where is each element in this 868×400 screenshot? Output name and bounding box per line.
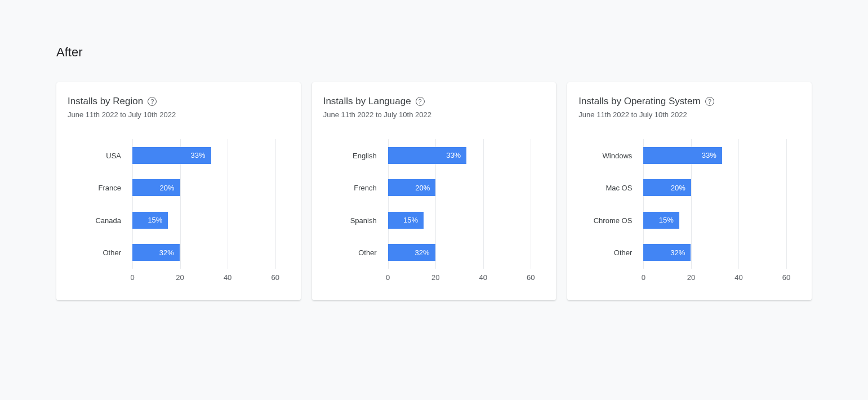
x-tick-label: 60	[527, 273, 535, 282]
bar: 32%	[132, 244, 180, 261]
bars: USA33%France20%Canada15%Other32%	[132, 139, 275, 269]
bar: 33%	[643, 147, 722, 164]
category-label: English	[353, 151, 377, 159]
bar-value-label: 32%	[159, 248, 174, 257]
card-os: Installs by Operating System ? June 11th…	[567, 82, 812, 300]
category-label: Spanish	[350, 216, 377, 224]
category-label: Canada	[95, 216, 121, 224]
bar: 15%	[388, 212, 424, 229]
page-title: After	[56, 45, 812, 60]
plot-area: Windows33%Mac OS20%Chrome OS15%Other32%	[643, 139, 786, 269]
card-subtitle: June 11th 2022 to July 10th 2022	[578, 110, 800, 119]
card-subtitle: June 11th 2022 to July 10th 2022	[323, 110, 545, 119]
bar-value-label: 32%	[415, 248, 430, 257]
card-title: Installs by Operating System	[578, 96, 700, 107]
card-header: Installs by Region ?	[68, 96, 290, 107]
category-label: France	[99, 184, 121, 192]
x-tick-label: 40	[735, 273, 742, 282]
x-axis: 0204060	[643, 273, 786, 287]
bar-row: Spanish15%	[388, 212, 531, 229]
x-tick-label: 40	[224, 273, 232, 282]
category-label: Mac OS	[606, 184, 632, 192]
bar-value-label: 15%	[403, 216, 418, 224]
x-tick-label: 40	[479, 273, 487, 282]
category-label: Other	[103, 248, 121, 257]
bar-value-label: 20%	[160, 184, 175, 192]
card-header: Installs by Language ?	[323, 96, 545, 107]
category-label: USA	[106, 151, 121, 159]
x-tick-label: 0	[130, 273, 134, 282]
bar-row: Mac OS20%	[643, 179, 786, 196]
bar: 20%	[388, 179, 436, 196]
bar-value-label: 20%	[415, 184, 430, 192]
bar: 20%	[132, 179, 180, 196]
plot-area: English33%French20%Spanish15%Other32%	[388, 139, 531, 269]
card-subtitle: June 11th 2022 to July 10th 2022	[68, 110, 290, 119]
bar-row: Canada15%	[132, 212, 275, 229]
card-language: Installs by Language ? June 11th 2022 to…	[312, 82, 557, 300]
bars: Windows33%Mac OS20%Chrome OS15%Other32%	[643, 139, 786, 269]
bar: 32%	[388, 244, 435, 261]
bar-value-label: 20%	[671, 184, 686, 192]
chart-os: Windows33%Mac OS20%Chrome OS15%Other32%0…	[578, 139, 800, 287]
bar-row: Other32%	[643, 244, 786, 261]
bar-row: French20%	[388, 179, 531, 196]
card-title: Installs by Language	[323, 96, 411, 107]
help-icon[interactable]: ?	[148, 97, 157, 106]
x-tick-label: 60	[271, 273, 279, 282]
bar-row: Windows33%	[643, 147, 786, 164]
bar: 33%	[388, 147, 467, 164]
bar-row: France20%	[132, 179, 275, 196]
x-tick-label: 0	[386, 273, 390, 282]
card-title: Installs by Region	[68, 96, 143, 107]
bar-row: Other32%	[388, 244, 531, 261]
gridline	[531, 139, 531, 269]
bar-value-label: 15%	[148, 216, 162, 224]
category-label: Windows	[603, 151, 633, 159]
category-label: French	[354, 184, 376, 192]
x-axis: 0204060	[388, 273, 531, 287]
chart-region: USA33%France20%Canada15%Other32%0204060	[68, 139, 290, 287]
bar-row: English33%	[388, 147, 531, 164]
x-axis: 0204060	[132, 273, 275, 287]
bar-value-label: 33%	[190, 151, 205, 159]
bar-value-label: 15%	[659, 216, 674, 224]
x-tick-label: 20	[687, 273, 695, 282]
category-label: Other	[358, 248, 377, 257]
x-tick-label: 0	[642, 273, 646, 282]
bar: 20%	[643, 179, 691, 196]
category-label: Chrome OS	[594, 216, 633, 224]
x-tick-label: 20	[431, 273, 439, 282]
gridline	[786, 139, 787, 269]
bar: 15%	[132, 212, 168, 229]
cards-row: Installs by Region ? June 11th 2022 to J…	[56, 82, 812, 300]
x-tick-label: 20	[176, 273, 184, 282]
bars: English33%French20%Spanish15%Other32%	[388, 139, 531, 269]
bar-row: USA33%	[132, 147, 275, 164]
bar-value-label: 33%	[446, 151, 461, 159]
plot-area: USA33%France20%Canada15%Other32%	[132, 139, 275, 269]
category-label: Other	[614, 248, 633, 257]
gridline	[275, 139, 276, 269]
card-header: Installs by Operating System ?	[578, 96, 800, 107]
card-region: Installs by Region ? June 11th 2022 to J…	[56, 82, 301, 300]
x-tick-label: 60	[782, 273, 790, 282]
help-icon[interactable]: ?	[416, 97, 425, 106]
bar: 32%	[643, 244, 691, 261]
bar-row: Chrome OS15%	[643, 212, 786, 229]
bar: 15%	[643, 212, 679, 229]
bar: 33%	[132, 147, 211, 164]
bar-value-label: 33%	[702, 151, 716, 159]
bar-row: Other32%	[132, 244, 275, 261]
chart-language: English33%French20%Spanish15%Other32%020…	[323, 139, 545, 287]
bar-value-label: 32%	[670, 248, 685, 257]
help-icon[interactable]: ?	[705, 97, 714, 106]
